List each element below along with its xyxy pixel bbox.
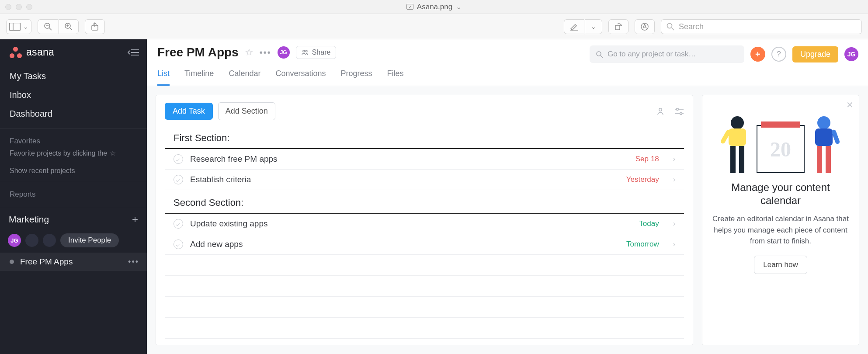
zoom-group <box>38 19 79 34</box>
task-date: Sep 18 <box>635 155 659 163</box>
empty-task-row[interactable] <box>165 255 684 276</box>
tab-conversations[interactable]: Conversations <box>275 66 326 86</box>
promo-cta-button[interactable]: Learn how <box>754 256 807 274</box>
help-button[interactable]: ? <box>771 47 786 62</box>
team-name: Marketing <box>9 214 49 225</box>
mac-titlebar: Asana.png ⌄ <box>0 0 868 14</box>
chevron-right-icon[interactable]: › <box>673 220 675 228</box>
favorite-star-icon[interactable]: ☆ <box>245 47 253 58</box>
sidebar-toggle-button[interactable]: ⌄ <box>6 19 31 34</box>
tab-files[interactable]: Files <box>387 66 404 86</box>
empty-task-row[interactable] <box>165 297 684 318</box>
people-icon <box>302 49 309 56</box>
asana-mark-icon <box>10 47 22 58</box>
search-icon <box>596 51 603 58</box>
preview-search-placeholder: Search <box>679 22 704 31</box>
asana-sidebar: asana My Tasks Inbox Dashboard Favorites… <box>0 39 147 354</box>
recent-projects-link[interactable]: Show recent projects <box>0 164 147 182</box>
tab-calendar[interactable]: Calendar <box>229 66 260 86</box>
promo-illustration: 20 <box>712 103 849 173</box>
sidebar-project-item[interactable]: Free PM Apps ••• <box>0 253 147 271</box>
task-name: Add new apps <box>190 239 619 249</box>
reports-heading[interactable]: Reports <box>0 182 147 202</box>
chevron-right-icon[interactable]: › <box>673 176 675 184</box>
favorites-hint: Favorite projects by clicking the ☆ <box>0 149 147 164</box>
tab-list[interactable]: List <box>157 66 170 86</box>
star-icon: ☆ <box>110 149 116 157</box>
asana-wordmark: asana <box>26 46 54 58</box>
title-dropdown-icon[interactable]: ⌄ <box>456 3 462 11</box>
chevron-right-icon[interactable]: › <box>673 155 675 163</box>
search-placeholder: Go to any project or task… <box>608 50 696 59</box>
invite-people-button[interactable]: Invite People <box>60 233 119 247</box>
assignee-filter-icon[interactable] <box>656 107 665 116</box>
share-project-button[interactable]: Share <box>296 46 337 59</box>
svg-line-6 <box>70 28 72 30</box>
task-row[interactable]: Research free PM apps Sep 18 › <box>165 149 684 170</box>
svg-line-22 <box>601 56 603 58</box>
favorites-heading: Favorites <box>0 129 147 149</box>
empty-task-row[interactable] <box>165 318 684 339</box>
global-search[interactable]: Go to any project or task… <box>590 45 744 63</box>
team-header[interactable]: Marketing + <box>0 207 147 232</box>
asana-logo[interactable]: asana <box>10 46 54 58</box>
chevron-right-icon[interactable]: › <box>673 240 675 248</box>
complete-check-icon[interactable] <box>174 175 183 184</box>
add-section-button[interactable]: Add Section <box>218 102 275 120</box>
complete-check-icon[interactable] <box>174 239 183 249</box>
svg-point-25 <box>677 108 679 110</box>
add-to-team-icon[interactable]: + <box>132 213 138 226</box>
section-title[interactable]: Second Section: <box>165 190 684 214</box>
highlight-group: ⌄ <box>564 19 602 34</box>
my-avatar[interactable]: JG <box>844 47 858 61</box>
complete-check-icon[interactable] <box>174 219 183 229</box>
svg-rect-12 <box>615 25 620 30</box>
project-member-avatar[interactable]: JG <box>278 46 290 59</box>
tab-progress[interactable]: Progress <box>340 66 372 86</box>
share-button[interactable] <box>85 19 105 34</box>
project-actions-icon[interactable]: ••• <box>128 257 139 267</box>
upgrade-button[interactable]: Upgrade <box>792 46 838 62</box>
empty-task-row[interactable] <box>165 276 684 297</box>
markup-button[interactable] <box>635 19 655 34</box>
complete-check-icon[interactable] <box>174 154 183 164</box>
nav-dashboard[interactable]: Dashboard <box>0 104 147 123</box>
add-task-button[interactable]: Add Task <box>165 103 213 120</box>
task-date: Today <box>639 219 659 228</box>
task-name: Establish criteria <box>190 175 619 184</box>
person-yellow-icon <box>726 116 749 173</box>
project-title: Free PM Apps <box>157 45 239 59</box>
svg-point-21 <box>597 52 601 56</box>
promo-text: Create an editorial calendar in Asana th… <box>712 213 849 247</box>
nav-inbox[interactable]: Inbox <box>0 86 147 104</box>
section-title[interactable]: First Section: <box>165 125 684 149</box>
highlight-menu-button[interactable]: ⌄ <box>585 19 602 34</box>
task-date: Tomorrow <box>626 240 659 249</box>
promo-card: ✕ 20 Manage your content calendar Create… <box>702 95 859 345</box>
preview-search[interactable]: Search <box>661 19 862 34</box>
svg-line-15 <box>672 28 674 30</box>
svg-line-3 <box>49 28 52 30</box>
task-list-card: Add Task Add Section First Section: Rese… <box>156 95 693 345</box>
window-title: Asana.png ⌄ <box>0 3 868 11</box>
quick-add-button[interactable]: + <box>750 47 765 62</box>
member-avatar[interactable]: JG <box>8 234 21 247</box>
tab-timeline[interactable]: Timeline <box>184 66 214 86</box>
task-row[interactable]: Establish criteria Yesterday › <box>165 170 684 190</box>
empty-avatar <box>43 234 56 247</box>
zoom-out-button[interactable] <box>38 19 58 34</box>
search-icon <box>667 23 674 31</box>
project-tabs: List Timeline Calendar Conversations Pro… <box>157 66 858 86</box>
list-settings-icon[interactable] <box>674 108 684 115</box>
project-more-icon[interactable]: ••• <box>260 48 271 58</box>
highlight-button[interactable] <box>564 19 584 34</box>
calendar-number: 20 <box>757 126 804 172</box>
close-icon[interactable]: ✕ <box>846 100 854 110</box>
nav-my-tasks[interactable]: My Tasks <box>0 67 147 86</box>
collapse-sidebar-icon[interactable] <box>128 49 139 56</box>
task-row[interactable]: Add new apps Tomorrow › <box>165 234 684 255</box>
calendar-icon: 20 <box>757 125 805 173</box>
rotate-button[interactable] <box>608 19 628 34</box>
zoom-in-button[interactable] <box>59 19 79 34</box>
task-row[interactable]: Update existing apps Today › <box>165 214 684 234</box>
